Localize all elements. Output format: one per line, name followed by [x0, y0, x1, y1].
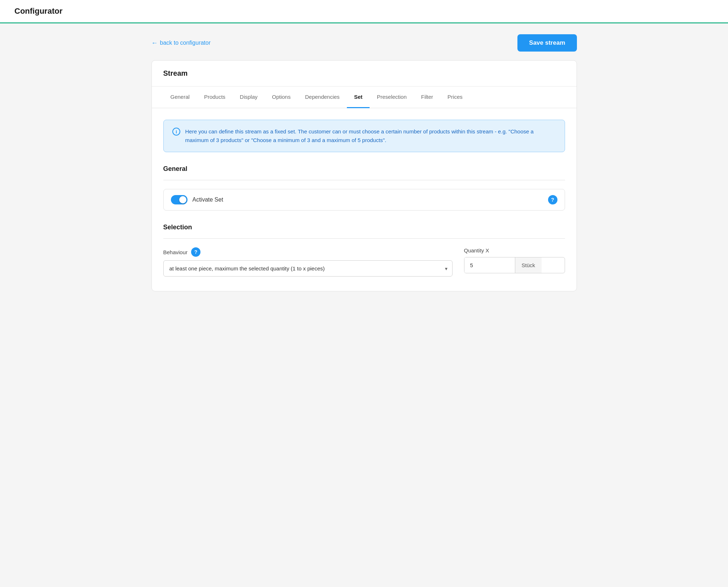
behaviour-label-row: Behaviour ?	[163, 247, 453, 257]
tab-filter[interactable]: Filter	[414, 87, 440, 108]
tabs-bar: General Products Display Options Depende…	[152, 87, 577, 108]
quantity-x-label: Quantity X	[464, 247, 489, 253]
info-icon: i	[172, 128, 180, 137]
tab-general[interactable]: General	[163, 87, 197, 108]
behaviour-help-icon[interactable]: ?	[191, 247, 200, 257]
quantity-x-input[interactable]	[464, 257, 515, 273]
svg-text:i: i	[176, 129, 177, 134]
selection-divider	[163, 238, 565, 239]
form-row: Behaviour ? at least one piece, maximum …	[163, 247, 565, 277]
general-section: General Activate Set ?	[163, 165, 565, 211]
top-bar: ← back to configurator Save stream	[151, 34, 577, 52]
behaviour-group: Behaviour ? at least one piece, maximum …	[163, 247, 453, 277]
quantity-x-unit: Stück	[515, 257, 542, 273]
tab-set[interactable]: Set	[347, 87, 370, 108]
tab-display[interactable]: Display	[233, 87, 265, 108]
general-divider	[163, 180, 565, 180]
save-stream-button[interactable]: Save stream	[517, 34, 577, 52]
quantity-x-input-group: Stück	[464, 257, 565, 273]
activate-set-row: Activate Set ?	[163, 189, 565, 211]
info-text: Here you can define this stream as a fix…	[185, 127, 556, 145]
stream-card-title: Stream	[163, 69, 188, 77]
general-section-title: General	[163, 165, 565, 173]
tab-content: i Here you can define this stream as a f…	[152, 108, 577, 291]
tab-preselection[interactable]: Preselection	[370, 87, 414, 108]
page-container: ← back to configurator Save stream Strea…	[137, 23, 591, 302]
behaviour-label: Behaviour	[163, 249, 188, 255]
tab-dependencies[interactable]: Dependencies	[298, 87, 347, 108]
stream-card-header: Stream	[152, 61, 577, 87]
quantity-x-group: Quantity X Stück	[464, 247, 565, 273]
stream-card: Stream General Products Display Options …	[151, 60, 577, 291]
tab-prices[interactable]: Prices	[440, 87, 470, 108]
activate-set-help-icon[interactable]: ?	[548, 195, 557, 204]
behaviour-select-wrapper: at least one piece, maximum the selected…	[163, 260, 453, 277]
tab-products[interactable]: Products	[197, 87, 233, 108]
activate-set-label: Activate Set	[193, 197, 223, 203]
selection-section-title: Selection	[163, 224, 565, 231]
activate-set-toggle[interactable]	[171, 195, 187, 204]
toggle-left: Activate Set	[171, 195, 223, 204]
behaviour-select[interactable]: at least one piece, maximum the selected…	[163, 260, 453, 277]
quantity-x-label-row: Quantity X	[464, 247, 565, 253]
back-link-label: back to configurator	[160, 40, 211, 46]
selection-section: Selection Behaviour ? at least one piece…	[163, 224, 565, 277]
toggle-knob	[179, 196, 186, 203]
back-link[interactable]: ← back to configurator	[151, 39, 211, 47]
back-arrow-icon: ←	[151, 39, 158, 47]
app-header: Configurator	[0, 0, 728, 23]
info-box: i Here you can define this stream as a f…	[163, 120, 565, 152]
app-title: Configurator	[14, 6, 62, 16]
tab-options[interactable]: Options	[265, 87, 298, 108]
